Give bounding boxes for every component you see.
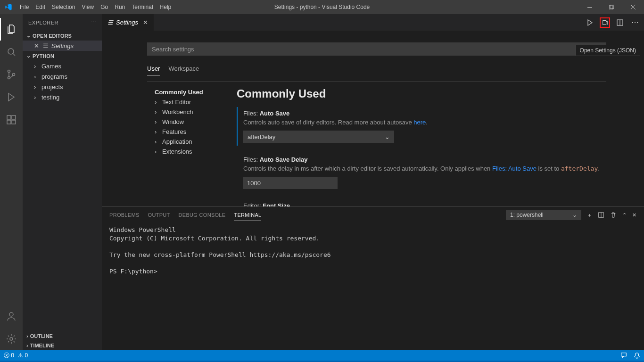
- tab-bar: ☰ Settings ✕ ⋯: [102, 14, 644, 31]
- menu-run[interactable]: Run: [111, 0, 128, 14]
- auto-save-select[interactable]: afterDelay ⌄: [243, 131, 394, 143]
- panel-tab-problems[interactable]: PROBLEMS: [109, 212, 140, 218]
- outline-section[interactable]: ›OUTLINE: [23, 331, 102, 341]
- open-settings-json-icon[interactable]: [600, 17, 610, 28]
- scope-user[interactable]: User: [147, 62, 160, 75]
- settings-toc: Commonly Used ›Text Editor ›Workbench ›W…: [147, 87, 232, 206]
- toc-application[interactable]: ›Application: [147, 137, 232, 147]
- folder-testing[interactable]: ›testing: [23, 92, 102, 102]
- explorer-icon[interactable]: [0, 18, 23, 41]
- toc-workbench[interactable]: ›Workbench: [147, 107, 232, 117]
- more-actions-icon[interactable]: ⋯: [630, 17, 640, 28]
- accounts-icon[interactable]: [0, 305, 23, 328]
- setting-font-size: Editor: Font Size: [237, 199, 606, 206]
- svg-point-14: [9, 313, 13, 316]
- gear-icon: ☰: [43, 42, 49, 49]
- split-terminal-icon[interactable]: [598, 212, 604, 218]
- tab-settings[interactable]: ☰ Settings ✕: [102, 14, 154, 31]
- kill-terminal-icon[interactable]: [610, 212, 617, 218]
- activity-bar: [0, 14, 23, 350]
- terminal-output[interactable]: Windows PowerShell Copyright (C) Microso…: [102, 223, 644, 278]
- chevron-down-icon: ⌄: [572, 212, 577, 218]
- toc-extensions[interactable]: ›Extensions: [147, 147, 232, 156]
- panel-tab-terminal[interactable]: TERMINAL: [234, 212, 261, 221]
- menu-selection[interactable]: Selection: [49, 0, 78, 14]
- explorer-more-icon[interactable]: ⋯: [91, 19, 97, 25]
- bottom-panel: PROBLEMS OUTPUT DEBUG CONSOLE TERMINAL 1…: [102, 206, 644, 350]
- toc-features[interactable]: ›Features: [147, 127, 232, 137]
- setting-auto-save-delay: Files: Auto Save Delay Controls the dela…: [237, 153, 606, 192]
- search-settings-input[interactable]: [147, 42, 606, 56]
- setting-auto-save: Files: Auto Save Controls auto save of d…: [237, 107, 606, 146]
- folder-root[interactable]: ⌄PYTHON: [23, 51, 102, 61]
- run-icon[interactable]: [585, 17, 595, 28]
- settings-heading: Commonly Used: [237, 87, 606, 100]
- svg-point-15: [10, 337, 13, 340]
- folder-programs[interactable]: ›programs: [23, 71, 102, 82]
- svg-rect-11: [12, 115, 16, 119]
- menu-view[interactable]: View: [78, 0, 97, 14]
- vscode-logo-icon: [0, 3, 17, 11]
- maximize-button[interactable]: [601, 0, 622, 14]
- terminal-select[interactable]: 1: powershell⌄: [506, 210, 581, 220]
- auto-save-link[interactable]: Files: Auto Save: [492, 165, 537, 172]
- settings-gear-icon[interactable]: [0, 328, 23, 350]
- menu-terminal[interactable]: Terminal: [128, 0, 156, 14]
- search-icon[interactable]: [0, 41, 23, 63]
- extensions-icon[interactable]: [0, 108, 23, 131]
- close-editor-icon[interactable]: ✕: [34, 42, 39, 49]
- svg-rect-10: [7, 115, 11, 119]
- explorer-sidebar: EXPLORER ⋯ ⌄OPEN EDITORS ✕ ☰ Settings ⌄P…: [23, 14, 102, 350]
- svg-line-6: [13, 54, 16, 56]
- toc-text-editor[interactable]: ›Text Editor: [147, 97, 232, 107]
- svg-rect-2: [610, 5, 614, 8]
- svg-rect-1: [609, 6, 613, 9]
- panel-tab-output[interactable]: OUTPUT: [148, 212, 170, 218]
- close-tab-icon[interactable]: ✕: [143, 19, 148, 26]
- open-editors-section[interactable]: ⌄OPEN EDITORS: [23, 31, 102, 41]
- close-button[interactable]: [622, 0, 644, 14]
- status-errors[interactable]: ⓧ 0: [4, 352, 14, 360]
- timeline-section[interactable]: ›TIMELINE: [23, 341, 102, 350]
- new-terminal-icon[interactable]: ＋: [587, 212, 592, 219]
- split-editor-icon[interactable]: [615, 17, 625, 28]
- svg-rect-12: [7, 120, 11, 124]
- autosave-doc-link[interactable]: here: [413, 119, 426, 126]
- svg-rect-13: [12, 120, 16, 124]
- menu-bar: File Edit Selection View Go Run Terminal…: [17, 0, 174, 14]
- title-bar: File Edit Selection View Go Run Terminal…: [0, 0, 644, 14]
- minimize-button[interactable]: [579, 0, 601, 14]
- menu-help[interactable]: Help: [157, 0, 175, 14]
- chevron-down-icon: ⌄: [385, 133, 390, 140]
- gear-icon: ☰: [107, 19, 113, 26]
- maximize-panel-icon[interactable]: ⌃: [622, 212, 627, 218]
- run-debug-icon[interactable]: [0, 86, 23, 108]
- tooltip-open-settings-json: Open Settings (JSON): [576, 45, 640, 56]
- close-panel-icon[interactable]: ✕: [632, 212, 636, 218]
- status-bar: ⓧ 0 ⚠ 0: [0, 350, 644, 361]
- svg-point-5: [8, 49, 14, 54]
- notifications-icon[interactable]: [634, 352, 640, 359]
- explorer-title: EXPLORER: [28, 20, 58, 25]
- feedback-icon[interactable]: [620, 352, 627, 359]
- folder-projects[interactable]: ›projects: [23, 82, 102, 92]
- menu-go[interactable]: Go: [97, 0, 111, 14]
- status-warnings[interactable]: ⚠ 0: [18, 352, 28, 359]
- svg-point-7: [8, 70, 10, 73]
- window-title: Settings - python - Visual Studio Code: [274, 4, 370, 10]
- source-control-icon[interactable]: [0, 63, 23, 86]
- scope-workspace[interactable]: Workspace: [168, 62, 199, 75]
- panel-tab-debug[interactable]: DEBUG CONSOLE: [179, 212, 226, 218]
- menu-edit[interactable]: Edit: [32, 0, 49, 14]
- toc-commonly-used[interactable]: Commonly Used: [147, 87, 232, 97]
- auto-save-delay-input[interactable]: [243, 177, 338, 189]
- folder-games[interactable]: ›Games: [23, 61, 102, 71]
- toc-window[interactable]: ›Window: [147, 117, 232, 127]
- open-editor-settings[interactable]: ✕ ☰ Settings: [23, 41, 102, 51]
- svg-rect-0: [587, 7, 592, 8]
- svg-point-8: [8, 77, 10, 79]
- menu-file[interactable]: File: [17, 0, 32, 14]
